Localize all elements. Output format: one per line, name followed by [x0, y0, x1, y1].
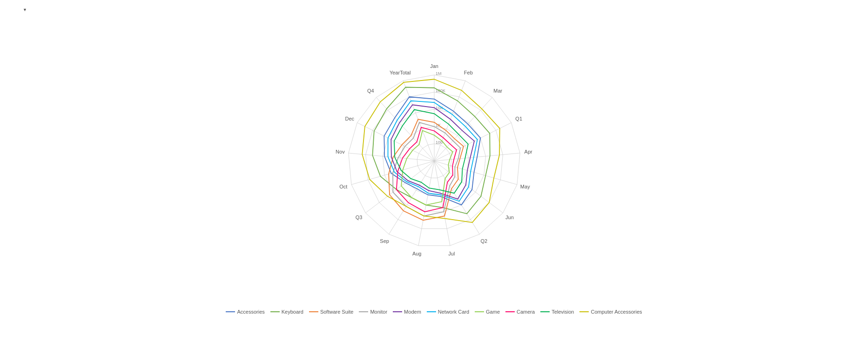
breadcrumb-units[interactable]: ▼	[22, 7, 27, 12]
svg-text:Feb: Feb	[464, 70, 472, 75]
legend-item: Accessories	[226, 309, 264, 315]
legend-color	[270, 311, 280, 312]
legend-item: Camera	[505, 309, 535, 315]
legend-item: Software Suite	[309, 309, 354, 315]
legend-color	[427, 311, 436, 312]
legend-color	[309, 311, 318, 312]
legend-color	[579, 311, 589, 312]
svg-text:Jul: Jul	[448, 251, 455, 256]
svg-text:Oct: Oct	[339, 184, 347, 189]
legend-label: Software Suite	[320, 309, 354, 315]
legend-color	[359, 311, 368, 312]
legend-item: Network Card	[427, 309, 469, 315]
legend-item: Monitor	[359, 309, 387, 315]
legend-label: Monitor	[370, 309, 387, 315]
svg-text:1M: 1M	[436, 71, 442, 76]
legend-item: Computer Accessories	[579, 309, 642, 315]
svg-line-42	[403, 81, 434, 161]
legend-item: Keyboard	[270, 309, 303, 315]
legend-item: Television	[540, 309, 574, 315]
svg-text:Q3: Q3	[355, 215, 362, 220]
legend-color	[393, 311, 402, 312]
header: ▼	[0, 0, 868, 14]
radar-chart: // This won't run in SVG context; we'll …	[271, 26, 597, 305]
legend-label: Game	[486, 309, 500, 315]
legend-label: Accessories	[237, 309, 264, 315]
svg-text:Jan: Jan	[430, 63, 438, 69]
radar-svg: // This won't run in SVG context; we'll …	[271, 26, 597, 305]
svg-text:Apr: Apr	[524, 149, 532, 154]
svg-text:Mar: Mar	[493, 88, 502, 94]
svg-text:Nov: Nov	[336, 149, 345, 154]
legend-label: Keyboard	[282, 309, 303, 315]
legend-color	[505, 311, 515, 312]
legend-label: Computer Accessories	[591, 309, 642, 315]
svg-text:Sep: Sep	[380, 238, 389, 244]
chart-container: // This won't run in SVG context; we'll …	[0, 14, 868, 330]
svg-text:May: May	[520, 184, 530, 189]
legend-color	[226, 311, 235, 312]
svg-line-38	[357, 123, 434, 161]
svg-text:Aug: Aug	[412, 251, 421, 256]
breadcrumb: ▼	[7, 7, 861, 12]
legend-color	[475, 311, 484, 312]
svg-text:Dec: Dec	[345, 116, 354, 121]
legend: Accessories Keyboard Software Suite Moni…	[216, 305, 651, 318]
legend-label: Modem	[404, 309, 421, 315]
svg-text:YearTotal: YearTotal	[389, 70, 410, 75]
series-computer-accessories	[362, 79, 500, 222]
svg-text:Q2: Q2	[480, 238, 487, 244]
legend-item: Game	[475, 309, 500, 315]
legend-color	[540, 311, 550, 312]
svg-text:Jun: Jun	[505, 215, 514, 220]
legend-item: Modem	[393, 309, 421, 315]
svg-text:Q4: Q4	[367, 88, 374, 94]
svg-line-40	[376, 97, 434, 161]
legend-label: Television	[552, 309, 574, 315]
legend-label: Network Card	[438, 309, 469, 315]
units-dropdown-arrow: ▼	[23, 7, 27, 12]
svg-text:Q1: Q1	[515, 116, 522, 121]
legend-label: Camera	[517, 309, 535, 315]
